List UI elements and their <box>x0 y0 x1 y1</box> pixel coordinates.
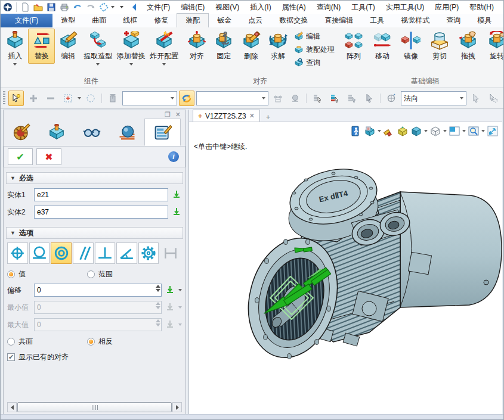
constraint-perpendicular-button[interactable] <box>95 242 116 264</box>
wireframe-display-icon[interactable] <box>429 125 441 137</box>
collapse-icon[interactable] <box>129 2 141 13</box>
tab-shape[interactable]: 造型 <box>52 14 84 27</box>
shaded-display-caret-icon[interactable] <box>424 130 428 132</box>
cursor-tool-button[interactable] <box>468 91 484 106</box>
menu-utilities[interactable]: 实用工具(U) <box>381 2 429 13</box>
last-pick-button[interactable] <box>361 91 377 106</box>
ball-display-button[interactable] <box>287 91 303 106</box>
orientation-button[interactable] <box>384 91 399 106</box>
scroll-right-icon[interactable] <box>172 402 182 412</box>
required-section-header[interactable]: ▼ 必选 <box>6 172 183 184</box>
zoom-fit-icon[interactable] <box>487 125 499 137</box>
constraint-angle-button[interactable] <box>116 242 137 264</box>
fix-button[interactable]: 固定 <box>211 29 238 64</box>
info-button[interactable]: i <box>166 149 181 164</box>
tab-color-wheel[interactable] <box>4 119 39 146</box>
undo-icon[interactable] <box>72 2 84 13</box>
entity1-field[interactable] <box>34 188 168 201</box>
max-pick-icon[interactable] <box>165 319 175 330</box>
redo-icon[interactable] <box>85 2 97 13</box>
cancel-button[interactable]: ✖ <box>36 148 61 165</box>
selection-recall-button[interactable] <box>179 91 194 106</box>
drag-button[interactable]: 拖拽 <box>454 29 483 64</box>
add-select-button[interactable] <box>26 91 41 106</box>
tab-repair[interactable]: 修复 <box>146 14 177 27</box>
pick-list-button[interactable] <box>310 91 325 106</box>
menu-edit[interactable]: 编辑(E) <box>176 2 209 13</box>
show-target-icon[interactable] <box>397 125 409 137</box>
menu-help[interactable]: 帮助(H) <box>465 2 499 13</box>
extract-shape-button[interactable]: 提取造型 <box>81 29 115 71</box>
pick-list-colored-button[interactable] <box>327 91 342 106</box>
viewport-layout-icon[interactable] <box>449 125 460 137</box>
tab-data-exchange[interactable]: 数据交换 <box>271 14 316 27</box>
list-combo-caret-icon[interactable] <box>262 97 265 99</box>
pick-filter-icon[interactable] <box>98 2 110 13</box>
add-replace-caret-icon[interactable] <box>129 63 133 69</box>
dimension-display-button[interactable] <box>270 91 286 106</box>
move-button[interactable]: 移动 <box>368 29 397 64</box>
document-tab[interactable]: + V1ZZT2S.Z3 ✕ <box>193 110 260 122</box>
constraint-distance-button[interactable] <box>160 242 181 264</box>
solve-button[interactable]: 求解 <box>265 29 292 64</box>
cut-button[interactable]: 剪切 <box>425 29 454 64</box>
lasso-select-button[interactable] <box>83 91 98 106</box>
edit-align-button[interactable]: 编辑 <box>294 31 335 42</box>
tab-file[interactable]: 文件(F) <box>1 14 52 27</box>
filter-column-button[interactable] <box>105 91 120 106</box>
pick-filter-caret-icon[interactable] <box>111 6 115 8</box>
shaded-display-icon[interactable] <box>410 125 422 137</box>
wireframe-display-caret-icon[interactable] <box>443 130 447 132</box>
zoom-window-icon[interactable] <box>468 125 480 137</box>
orientation-combobox[interactable]: 法向 <box>401 91 466 105</box>
exit-target-icon[interactable] <box>350 125 362 137</box>
zoom-window-caret-icon[interactable] <box>481 130 485 132</box>
cursor-settings-button[interactable] <box>486 91 501 106</box>
orientation-combo-caret-icon[interactable] <box>460 97 463 99</box>
offset-spinner[interactable] <box>156 285 160 292</box>
motor-3d-model[interactable]: Ex dⅡT4 <box>244 158 504 366</box>
print-icon[interactable] <box>58 2 70 13</box>
show-alignments-checkbox[interactable]: ✔ <box>7 353 15 361</box>
save-icon[interactable] <box>45 2 57 13</box>
entity2-field[interactable] <box>34 206 168 219</box>
max-input[interactable] <box>34 318 162 331</box>
window-select-button[interactable] <box>60 91 76 106</box>
mirror-button[interactable]: 镜像 <box>397 29 425 64</box>
filter-combo-caret-icon[interactable] <box>171 97 174 99</box>
value-radio[interactable] <box>7 270 15 278</box>
coplanar-radio[interactable] <box>7 338 15 346</box>
menu-applications[interactable]: 应用(P) <box>430 2 463 13</box>
min-pick-icon[interactable] <box>165 302 175 313</box>
tab-wireframe[interactable]: 线框 <box>115 14 146 27</box>
tab-inquire[interactable]: 查询 <box>438 14 469 27</box>
erase-icon[interactable] <box>383 125 395 137</box>
menu-insert[interactable]: 插入(I) <box>245 2 276 13</box>
scroll-left-icon[interactable] <box>7 402 17 412</box>
graphics-viewport[interactable]: + V1ZZT2S.Z3 ✕ + <单击中键>继续. <box>188 110 502 415</box>
rotate-button[interactable]: 旋转 <box>483 29 504 64</box>
customize-toolbar-icon[interactable] <box>116 2 128 13</box>
selection-list-combobox[interactable] <box>196 91 268 105</box>
tab-assembly[interactable]: 装配 <box>177 13 209 27</box>
align-button[interactable]: 对齐 <box>183 29 211 64</box>
constraint-parallel-button[interactable] <box>73 242 94 264</box>
tab-mold[interactable]: 模具 <box>469 14 500 27</box>
extract-caret-icon[interactable] <box>96 63 100 69</box>
tab-glasses[interactable] <box>74 119 109 146</box>
explode-config-button[interactable]: 炸开配置 <box>147 29 181 71</box>
constraint-concentric-button[interactable] <box>51 242 72 264</box>
viewport-layout-caret-icon[interactable] <box>462 130 466 132</box>
doc-tab-close-icon[interactable]: ✕ <box>249 112 255 120</box>
opposite-radio[interactable] <box>87 338 95 346</box>
replace-button[interactable]: 替换 <box>28 29 54 64</box>
entity-filter-combobox[interactable] <box>122 91 178 105</box>
pattern-button[interactable]: 阵列 <box>339 29 368 64</box>
min-input[interactable] <box>34 301 162 314</box>
scrollbar-thumb[interactable] <box>17 402 172 412</box>
remove-select-button[interactable] <box>43 91 58 106</box>
min-spinner[interactable] <box>156 302 160 309</box>
insert-caret-icon[interactable] <box>13 63 17 69</box>
offset-input[interactable] <box>34 284 162 297</box>
range-radio[interactable] <box>87 270 95 278</box>
